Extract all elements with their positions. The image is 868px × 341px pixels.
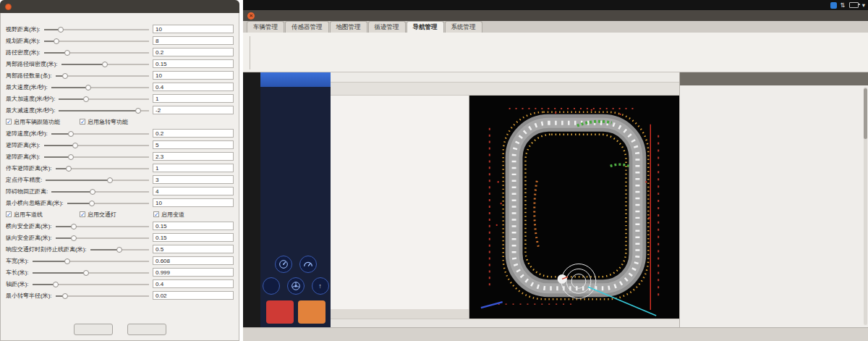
slider-thumb[interactable] <box>83 270 89 276</box>
checkbox[interactable]: ✓启用交通灯 <box>80 211 153 219</box>
param-slider[interactable] <box>56 72 149 79</box>
slider-thumb[interactable] <box>72 143 78 148</box>
param-slider[interactable] <box>44 26 149 33</box>
tab-系统管理[interactable]: 系统管理 <box>445 21 482 33</box>
param-slider[interactable] <box>44 38 149 44</box>
param-input[interactable] <box>153 198 234 207</box>
cancel-button[interactable] <box>127 324 166 335</box>
checkbox[interactable]: ✓启用车辆跟随功能 <box>6 118 80 126</box>
param-slider[interactable] <box>51 188 149 195</box>
param-input[interactable] <box>153 245 234 253</box>
checkbox-label: 启用车辆跟随功能 <box>14 118 60 126</box>
param-input[interactable] <box>153 268 234 277</box>
param-slider[interactable] <box>44 49 149 56</box>
param-input[interactable] <box>153 48 234 56</box>
param-row: 最大速度(米/秒): <box>6 81 234 93</box>
param-input[interactable] <box>153 175 234 184</box>
slider-thumb[interactable] <box>89 201 95 206</box>
param-input[interactable] <box>153 256 234 265</box>
param-row: 障碍物回正距离: <box>6 185 234 197</box>
input-method-icon[interactable] <box>830 2 837 9</box>
tab-地图管理[interactable]: 地图管理 <box>330 21 367 33</box>
param-row: 避障距离(米): <box>6 139 234 151</box>
slider-thumb[interactable] <box>90 189 95 195</box>
param-input[interactable] <box>153 291 234 300</box>
tab-车辆管理[interactable]: 车辆管理 <box>247 21 284 33</box>
param-slider[interactable] <box>33 258 149 264</box>
slider-thumb[interactable] <box>58 27 64 33</box>
slider-thumb[interactable] <box>68 131 74 137</box>
slider-thumb[interactable] <box>71 224 77 230</box>
close-icon[interactable]: × <box>247 12 255 20</box>
param-slider[interactable] <box>46 177 149 183</box>
confirm-button[interactable] <box>74 324 113 335</box>
tab-循迹管理[interactable]: 循迹管理 <box>368 21 406 33</box>
dialog-titlebar[interactable] <box>0 0 239 13</box>
param-input[interactable] <box>153 25 234 33</box>
param-input[interactable] <box>153 59 234 68</box>
param-input[interactable] <box>153 94 234 103</box>
param-slider[interactable] <box>44 153 149 160</box>
chevron-down-icon[interactable]: ▾ <box>862 1 865 9</box>
direction-up-icon[interactable]: ↑ <box>312 277 329 295</box>
slider-thumb[interactable] <box>64 50 70 56</box>
param-input[interactable] <box>153 279 234 288</box>
slider-thumb[interactable] <box>64 258 70 264</box>
slider-thumb[interactable] <box>53 282 59 287</box>
checkbox[interactable]: ✓启用急转弯功能 <box>80 118 153 126</box>
param-slider[interactable] <box>67 200 149 206</box>
param-slider[interactable] <box>90 246 149 253</box>
param-input[interactable] <box>153 36 234 45</box>
param-label: 局部路径数量(条): <box>6 72 52 80</box>
param-input[interactable] <box>153 140 234 149</box>
slider-thumb[interactable] <box>102 62 108 67</box>
scrollbar[interactable] <box>864 87 867 325</box>
param-slider[interactable] <box>56 292 149 299</box>
slider-thumb[interactable] <box>62 73 68 79</box>
param-input[interactable] <box>153 71 234 80</box>
param-slider[interactable] <box>56 165 149 172</box>
tab-传感器管理[interactable]: 传感器管理 <box>285 21 329 33</box>
param-input[interactable] <box>153 187 234 195</box>
param-slider[interactable] <box>56 223 149 230</box>
slider-thumb[interactable] <box>116 247 122 253</box>
speed-gauge-icon[interactable] <box>299 256 317 273</box>
slider-thumb[interactable] <box>68 154 74 160</box>
param-input[interactable] <box>153 152 234 161</box>
param-slider[interactable] <box>33 269 149 276</box>
param-slider[interactable] <box>33 281 149 287</box>
slider-thumb[interactable] <box>62 293 68 299</box>
slider-thumb[interactable] <box>66 166 72 172</box>
steering-wheel-icon[interactable] <box>287 277 305 295</box>
param-input[interactable] <box>153 164 234 172</box>
param-slider[interactable] <box>44 142 149 148</box>
slider-thumb[interactable] <box>85 85 91 90</box>
manual-takeover-button[interactable] <box>298 300 326 324</box>
tab-导航管理[interactable]: 导航管理 <box>407 21 444 33</box>
param-slider[interactable] <box>59 107 149 114</box>
slider-thumb[interactable] <box>71 235 77 241</box>
slider-thumb[interactable] <box>135 108 141 114</box>
3d-viewport[interactable] <box>469 96 679 319</box>
param-slider[interactable] <box>56 235 149 241</box>
param-input[interactable] <box>153 222 234 230</box>
network-icon[interactable]: ⇅ <box>841 1 846 9</box>
battery-icon[interactable] <box>849 2 859 8</box>
checkbox[interactable]: ✓启用变道 <box>153 211 227 219</box>
param-input[interactable] <box>153 129 234 138</box>
param-input[interactable] <box>153 233 234 242</box>
param-slider[interactable] <box>51 84 149 90</box>
window-titlebar[interactable]: × <box>243 10 868 21</box>
param-slider[interactable] <box>59 96 149 102</box>
checkbox[interactable]: ✓启用车道线 <box>6 211 80 219</box>
slider-thumb[interactable] <box>83 96 89 102</box>
slider-thumb[interactable] <box>54 38 59 44</box>
param-input[interactable] <box>153 83 234 91</box>
emergency-stop-button[interactable] <box>266 300 294 324</box>
param-slider[interactable] <box>61 61 149 67</box>
compass-gauge-icon[interactable] <box>275 256 292 273</box>
param-input[interactable] <box>153 106 234 114</box>
slider-thumb[interactable] <box>107 177 113 183</box>
close-icon[interactable] <box>5 4 12 10</box>
param-slider[interactable] <box>51 130 149 137</box>
